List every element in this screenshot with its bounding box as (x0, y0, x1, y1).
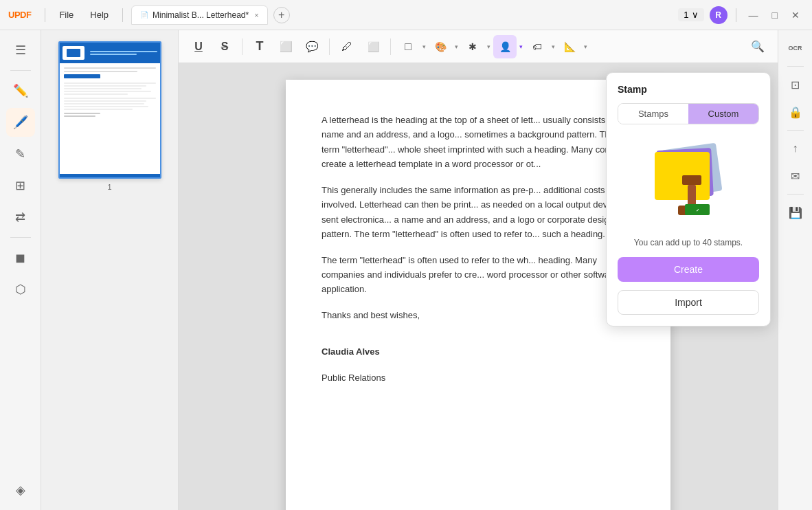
tool-divider-1 (242, 38, 243, 55)
stamp-handle-pole (688, 185, 696, 206)
import-stamp-button[interactable]: Import (618, 290, 759, 315)
share-icon[interactable]: ↑ (783, 136, 808, 161)
tool-divider-3 (390, 38, 391, 55)
minimize-button[interactable]: — (745, 10, 763, 21)
tool-divider-2 (329, 38, 330, 55)
signature-tool[interactable]: ✱ (461, 35, 484, 58)
right-divider-2 (787, 130, 804, 131)
annotation-toolbar: U S T ⬜ 💬 🖊 ⬜ □ ▾ 🎨 ▾ ✱ ▾ 👤 ▾ 🏷 ▾ 📐 ▾ 🔍 (179, 30, 778, 63)
app-logo: UPDF (8, 10, 31, 20)
color-arrow: ▾ (455, 43, 458, 50)
search-btn[interactable]: 🔍 (746, 35, 769, 58)
new-tab-button[interactable]: + (273, 7, 290, 23)
maximize-button[interactable]: □ (768, 10, 782, 21)
stamp-visual: ✓ (618, 133, 759, 229)
organize-icon[interactable]: ⊞ (6, 171, 35, 200)
scan-icon[interactable]: ⊡ (783, 72, 808, 97)
stamp-caption: You can add up to 40 stamps. (618, 237, 759, 249)
stamp-arrow: ▾ (519, 43, 523, 50)
reader-icon[interactable]: ☰ (6, 36, 35, 65)
text-tool[interactable]: T (248, 35, 271, 58)
shape-arrow: ▾ (422, 43, 426, 50)
tab-close-btn[interactable]: × (254, 11, 258, 19)
sidebar-divider-1 (10, 70, 31, 71)
stamp-panel-title: Stamp (618, 84, 759, 95)
titlebar-right: 1 ∨ R — □ ✕ (678, 6, 804, 24)
signature-title: Public Relations (322, 370, 635, 385)
measure-arrow: ▾ (584, 43, 587, 50)
tab-doc-icon: 📄 (140, 11, 148, 19)
sticker-tool[interactable]: 🏷 (526, 35, 549, 58)
right-divider-1 (787, 66, 804, 67)
stamp-panel: Stamp Stamps Custom ✓ You can add up to … (606, 72, 771, 326)
shape-tool[interactable]: □ (396, 35, 420, 58)
protect-icon[interactable]: 🔒 (783, 100, 808, 124)
thumbnail-page-1 (58, 41, 161, 179)
measure-tool[interactable]: 📐 (558, 35, 581, 58)
redact-icon[interactable]: ◼ (6, 243, 35, 272)
thumb-header (60, 43, 160, 63)
logo-text: UPDF (8, 10, 31, 20)
signature-name: Claudia Alves (322, 344, 635, 359)
titlebar: UPDF File Help 📄 Minimalist B... Letterh… (0, 0, 812, 30)
thumb-content (60, 63, 160, 122)
tab-label: Minimalist B... Letterhead* (153, 10, 249, 20)
help-menu[interactable]: Help (84, 7, 114, 23)
stamp-handle: ✓ (681, 177, 702, 215)
stamp-image-group: ✓ (651, 146, 726, 215)
search-icon[interactable]: 🔍 (746, 35, 769, 58)
thumb-page-number: 1 (107, 183, 111, 191)
custom-tab[interactable]: Custom (688, 104, 758, 124)
highlight-tool[interactable]: 🖊 (335, 35, 359, 58)
pdf-paragraph-2: This generally includes the same informa… (322, 183, 635, 242)
thumbnail-item-1[interactable]: 1 (58, 41, 161, 191)
pdf-paragraph-1: A letterhead is the heading at the top o… (322, 113, 635, 172)
stamp-handle-top (682, 175, 701, 185)
left-sidebar: ☰ ✏️ 🖊️ ✎ ⊞ ⇄ ◼ ⬡ ◈ (0, 30, 41, 510)
titlebar-divider-3 (736, 8, 736, 22)
signature-arrow: ▾ (487, 43, 490, 50)
stamp-face: ✓ (685, 204, 710, 215)
file-menu[interactable]: File (54, 7, 79, 23)
extract-icon[interactable]: ⬡ (6, 275, 35, 304)
text-box-tool[interactable]: ⬜ (274, 35, 297, 58)
layers-icon[interactable]: ◈ (6, 476, 35, 505)
page-navigator[interactable]: 1 ∨ (678, 8, 703, 21)
highlight-icon[interactable]: 🖊️ (6, 108, 35, 137)
pdf-closing: Thanks and best wishes, (322, 308, 635, 322)
create-stamp-button[interactable]: Create (618, 257, 759, 282)
mail-icon[interactable]: ✉ (783, 164, 808, 188)
thumbnail-panel: 1 (41, 30, 179, 510)
stamp-tool[interactable]: 👤 (493, 35, 517, 58)
strikethrough-tool[interactable]: S (213, 35, 236, 58)
sidebar-divider-2 (10, 237, 31, 238)
close-button[interactable]: ✕ (787, 10, 804, 21)
eraser-tool[interactable]: ⬜ (361, 35, 385, 58)
convert-icon[interactable]: ⇄ (6, 203, 35, 232)
titlebar-divider-1 (45, 8, 45, 22)
underline-tool[interactable]: U (187, 35, 210, 58)
save-icon[interactable]: 💾 (783, 200, 808, 225)
right-divider-3 (787, 194, 804, 195)
sidebar-bottom: ◈ (6, 476, 35, 505)
color-tool[interactable]: 🎨 (429, 35, 452, 58)
stamp-tabs: Stamps Custom (618, 103, 759, 124)
titlebar-divider-2 (122, 8, 123, 22)
callout-tool[interactable]: 💬 (300, 35, 324, 58)
comment-icon[interactable]: ✎ (6, 140, 35, 168)
sticker-arrow: ▾ (552, 43, 555, 50)
active-tab[interactable]: 📄 Minimalist B... Letterhead* × (131, 5, 268, 25)
page-nav-arrow[interactable]: ∨ (692, 10, 699, 20)
user-avatar[interactable]: R (710, 6, 728, 24)
right-sidebar: OCR ⊡ 🔒 ↑ ✉ 💾 (778, 30, 812, 510)
stamps-tab[interactable]: Stamps (618, 104, 688, 124)
pdf-paragraph-3: The term "letterhead" is often used to r… (322, 253, 635, 297)
current-page: 1 (684, 10, 688, 20)
edit-icon[interactable]: ✏️ (6, 76, 35, 105)
ocr-icon[interactable]: OCR (783, 36, 808, 60)
